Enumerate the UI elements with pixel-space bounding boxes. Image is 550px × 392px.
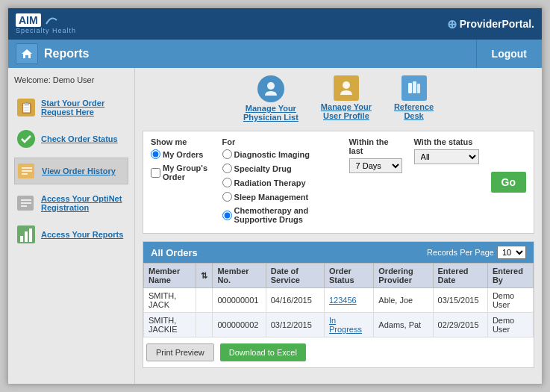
rpp-select[interactable]: 5 10 25 50 xyxy=(497,246,526,259)
profile-icon xyxy=(334,75,359,101)
cell-entered-date: 03/15/2015 xyxy=(433,288,487,313)
radio-my-orders[interactable] xyxy=(151,149,160,159)
status-label: With the status xyxy=(414,137,479,146)
svg-marker-0 xyxy=(22,49,32,58)
orders-section: All Orders Records Per Page 5 10 25 50 xyxy=(143,241,534,368)
check-icon xyxy=(16,128,37,149)
group-orders-label: My Group's Order xyxy=(163,164,210,181)
show-my-orders[interactable]: My Orders xyxy=(151,149,210,159)
cell-member-no: 000000001 xyxy=(213,288,266,313)
checkbox-group-orders[interactable] xyxy=(151,168,160,178)
cell-provider-2: Adams, Pat xyxy=(374,313,433,337)
svg-rect-13 xyxy=(20,236,23,242)
svg-text:📋: 📋 xyxy=(20,102,34,114)
cell-entered-by: Demo User xyxy=(487,288,533,313)
top-icon-physician[interactable]: Manage YourPhysician List xyxy=(243,75,299,122)
home-icon xyxy=(21,49,33,59)
svg-point-17 xyxy=(343,81,350,89)
physician-label[interactable]: Manage YourPhysician List xyxy=(243,104,299,122)
svg-rect-15 xyxy=(29,228,32,242)
physician-icon xyxy=(257,75,284,102)
for-specialty[interactable]: Specialty Drug xyxy=(222,164,337,173)
svg-rect-19 xyxy=(413,81,416,93)
col-entered-by: Entered By xyxy=(487,264,533,288)
show-me-options: My Orders My Group's Order xyxy=(151,149,210,184)
reference-label[interactable]: ReferenceDesk xyxy=(394,102,434,120)
show-me-label: Show me xyxy=(151,137,210,146)
print-preview-button[interactable]: Print Preview xyxy=(146,343,214,361)
col-dos: Date of Service xyxy=(266,264,324,288)
content-area: Manage YourPhysician List Manage YourUse… xyxy=(135,68,542,384)
col-sort-icon[interactable]: ⇅ xyxy=(196,264,213,288)
top-bar: AIM Specialty Health ⊕ ProviderPortal. xyxy=(8,8,542,40)
cell-dos: 03/12/2015 xyxy=(266,313,324,337)
nav-title: Reports xyxy=(44,47,89,60)
col-provider: Ordering Provider xyxy=(374,264,433,288)
optinet-icon xyxy=(16,193,37,214)
for-chemo[interactable]: Chemotherapy and Supportive Drugs xyxy=(222,206,337,224)
reference-icon xyxy=(401,75,427,101)
reports-icon xyxy=(16,224,37,245)
sidebar-item-reports[interactable]: Access Your Reports xyxy=(14,222,128,247)
sidebar-item-optinet[interactable]: Access Your OptiNet Registration xyxy=(14,190,128,216)
home-button[interactable] xyxy=(16,43,38,64)
within-label: Within the last xyxy=(349,137,402,155)
within-col: Within the last 7 Days 14 Days 30 Days 6… xyxy=(349,137,402,173)
orders-table: Member Name ⇅ Member No. Date of Service… xyxy=(143,263,534,337)
for-label: For xyxy=(222,137,337,146)
cell-entered-date-2: 02/29/2015 xyxy=(433,313,487,337)
main-content: Welcome: Demo User 📋 Start Your Order Re… xyxy=(8,68,542,384)
status-select[interactable]: All Approved Pending Denied In Progress xyxy=(414,149,479,164)
table-header-row: Member Name ⇅ Member No. Date of Service… xyxy=(144,264,534,288)
table-row: SMITH, JACKIE 000000002 03/12/2015 In Pr… xyxy=(144,313,534,337)
orders-title: All Orders xyxy=(151,247,198,258)
records-per-page: Records Per Page 5 10 25 50 xyxy=(427,246,526,259)
cell-status-2[interactable]: In Progress xyxy=(324,313,373,337)
for-diagnostic[interactable]: Diagnostic Imaging xyxy=(222,149,337,159)
cell-sort-2 xyxy=(196,313,213,337)
sidebar: Welcome: Demo User 📋 Start Your Order Re… xyxy=(8,68,135,384)
portal-name: ProviderPortal. xyxy=(460,18,534,30)
order-icon: 📋 xyxy=(16,97,37,118)
within-select[interactable]: 7 Days 14 Days 30 Days 60 Days 90 Days xyxy=(349,158,402,173)
download-excel-button[interactable]: Download to Excel xyxy=(220,343,306,361)
cell-status[interactable]: 123456 xyxy=(324,288,373,313)
cell-member-no: 000000002 xyxy=(213,313,266,337)
svg-rect-20 xyxy=(417,84,420,93)
logo-swoosh xyxy=(45,13,58,27)
col-entered-date: Entered Date xyxy=(433,264,487,288)
logout-button[interactable]: Logout xyxy=(476,40,542,68)
logo-aim: AIM xyxy=(16,13,41,27)
rpp-label: Records Per Page xyxy=(427,248,494,257)
order-link-1[interactable]: 123456 xyxy=(329,296,357,305)
order-link-2[interactable]: In Progress xyxy=(329,316,362,334)
svg-rect-14 xyxy=(25,231,28,242)
top-icon-reference[interactable]: ReferenceDesk xyxy=(394,75,434,122)
sidebar-label-history: View Order History xyxy=(42,167,116,175)
cell-entered-by-2: Demo User xyxy=(487,313,533,337)
sidebar-item-history[interactable]: View Order History xyxy=(14,158,128,184)
logo: AIM Specialty Health xyxy=(16,13,76,34)
for-sleep[interactable]: Sleep Management xyxy=(222,192,337,202)
status-col: With the status All Approved Pending Den… xyxy=(414,137,479,164)
for-options: Diagnostic Imaging Specialty Drug Radiat… xyxy=(222,149,337,227)
top-icons-row: Manage YourPhysician List Manage YourUse… xyxy=(143,75,534,122)
filter-box: Show me My Orders My Group's Order xyxy=(143,131,534,234)
globe-icon: ⊕ xyxy=(447,17,457,31)
provider-portal: ⊕ ProviderPortal. xyxy=(447,17,534,31)
go-button[interactable]: Go xyxy=(491,172,526,193)
svg-point-3 xyxy=(17,130,35,148)
for-radiation[interactable]: Radiation Therapy xyxy=(222,178,337,187)
show-me-col: Show me My Orders My Group's Order xyxy=(151,137,210,184)
cell-provider: Able, Joe xyxy=(374,288,433,313)
sidebar-item-check[interactable]: Check Order Status xyxy=(14,126,128,152)
history-icon xyxy=(16,161,37,181)
nav-bar: Reports Logout xyxy=(8,40,542,68)
top-icon-profile[interactable]: Manage YourUser Profile xyxy=(321,75,372,122)
show-group-orders[interactable]: My Group's Order xyxy=(151,164,210,181)
col-status: Order Status xyxy=(324,264,373,288)
orders-header: All Orders Records Per Page 5 10 25 50 xyxy=(143,242,534,263)
sidebar-item-order[interactable]: 📋 Start Your Order Request Here xyxy=(14,95,128,120)
profile-label[interactable]: Manage YourUser Profile xyxy=(321,102,372,120)
cell-dos: 04/16/2015 xyxy=(266,288,324,313)
